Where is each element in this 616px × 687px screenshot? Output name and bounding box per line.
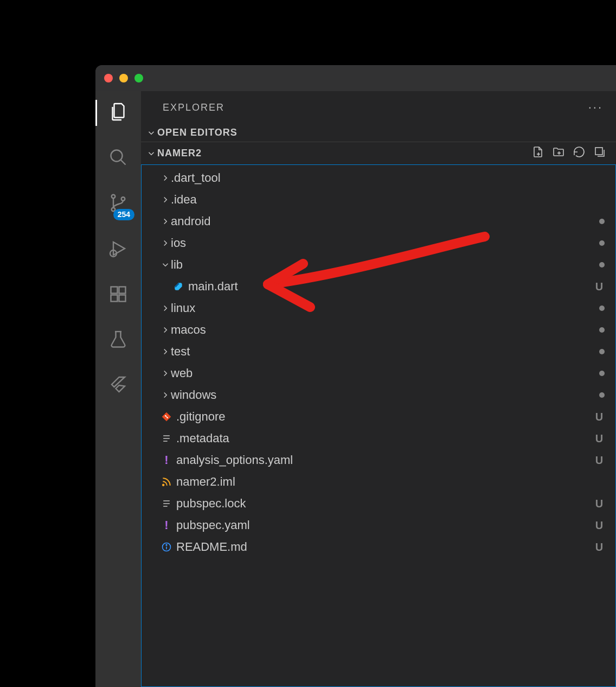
activity-explorer[interactable] [95,100,141,126]
folder-row[interactable]: linux [142,297,615,319]
tree-item-label: README.md [176,540,247,554]
activity-search[interactable] [95,145,141,171]
folder-row[interactable]: test [142,341,615,362]
open-editors-header[interactable]: OPEN EDITORS [141,124,616,142]
refresh-button[interactable] [573,145,586,161]
activity-extensions[interactable] [95,282,141,308]
tree-item-label: macos [171,323,206,337]
folder-row[interactable]: web [142,362,615,384]
folder-row[interactable]: android [142,211,615,232]
file-row[interactable]: !pubspec.yamlU [142,514,615,536]
folder-row[interactable]: .dart_tool [142,167,615,189]
git-status-letter: U [594,541,605,554]
new-file-button[interactable] [531,145,544,161]
window-zoom-button[interactable] [134,74,143,82]
new-folder-button[interactable] [552,145,565,161]
git-status-letter: U [594,454,605,467]
git-dirty-dot [599,240,605,246]
svg-point-23 [163,485,164,486]
file-row[interactable]: !analysis_options.yamlU [142,449,615,471]
tree-item-label: .idea [171,193,197,207]
file-row[interactable]: namer2.iml [142,471,615,493]
git-status-letter: U [594,519,605,532]
file-row[interactable]: .metadataU [142,428,615,449]
folder-row[interactable]: windows [142,384,615,406]
git-dirty-dot [599,262,605,268]
play-bug-icon [108,239,128,260]
git-status-letter: U [594,411,605,423]
activity-debug[interactable] [95,237,141,263]
git-status-letter: U [594,498,605,510]
tree-item-label: .gitignore [176,410,226,424]
file-dart-icon [172,281,185,292]
folder-row[interactable]: .idea [142,189,615,211]
folder-row[interactable]: macos [142,319,615,341]
svg-rect-10 [119,295,126,302]
git-dirty-dot [599,327,605,333]
file-rss-icon [160,476,173,487]
svg-rect-16 [595,148,602,155]
git-dirty-dot [599,371,605,376]
file-text-icon [160,433,173,444]
activity-scm[interactable]: 254 [95,191,141,217]
svg-marker-5 [113,242,125,255]
chevron-right-icon [160,368,171,378]
tree-item-label: analysis_options.yaml [176,453,293,467]
chevron-right-icon [160,238,171,248]
svg-point-0 [111,150,123,162]
tree-item-label: .metadata [176,431,229,446]
extensions-icon [108,284,128,306]
svg-rect-9 [111,295,118,302]
file-info-icon [160,542,173,552]
svg-rect-8 [119,287,126,294]
file-text-icon [160,498,173,509]
git-dirty-dot [599,392,605,398]
folder-row[interactable]: lib [142,254,615,276]
svg-point-4 [121,197,125,201]
chevron-down-icon [145,128,157,138]
file-row[interactable]: .gitignoreU [142,406,615,428]
vscode-window: 254 [95,65,616,687]
window-minimize-button[interactable] [119,74,128,82]
file-tree[interactable]: .dart_tool.ideaandroidioslibmain.dartUli… [141,164,616,687]
git-status-letter: U [594,432,605,445]
file-row[interactable]: pubspec.lockU [142,493,615,514]
tree-item-label: pubspec.yaml [176,518,250,532]
project-header[interactable]: NAMER2 [141,142,616,164]
files-icon [108,102,128,124]
tree-item-label: linux [171,301,195,315]
activity-testing[interactable] [95,328,141,354]
file-row[interactable]: README.mdU [142,536,615,558]
tree-item-label: web [171,366,193,380]
chevron-right-icon [160,325,171,335]
chevron-down-icon [145,149,157,158]
tree-item-label: windows [171,388,216,402]
window-titlebar [95,65,616,91]
file-row[interactable]: main.dartU [142,276,615,297]
git-dirty-dot [599,306,605,311]
chevron-down-icon [160,260,171,270]
git-dirty-dot [599,219,605,224]
tree-item-label: .dart_tool [171,171,221,185]
chevron-right-icon [160,195,171,205]
activity-bar: 254 [95,91,141,687]
chevron-right-icon [160,217,171,226]
collapse-all-button[interactable] [593,145,606,161]
sidebar-title: EXPLORER [163,102,224,113]
flutter-icon [108,376,128,397]
open-editors-label: OPEN EDITORS [157,127,238,138]
git-status-letter: U [594,281,605,293]
window-close-button[interactable] [104,74,113,82]
tree-item-label: android [171,214,210,228]
tree-item-label: pubspec.lock [176,497,246,511]
tree-item-label: test [171,345,190,359]
tree-item-label: namer2.iml [176,475,235,489]
project-label: NAMER2 [157,148,202,159]
scm-badge: 254 [113,209,134,220]
sidebar-more-button[interactable]: ··· [588,100,603,114]
git-dirty-dot [599,349,605,354]
activity-flutter[interactable] [95,373,141,399]
folder-row[interactable]: ios [142,232,615,254]
tree-item-label: ios [171,236,186,250]
file-git-icon [160,411,173,422]
